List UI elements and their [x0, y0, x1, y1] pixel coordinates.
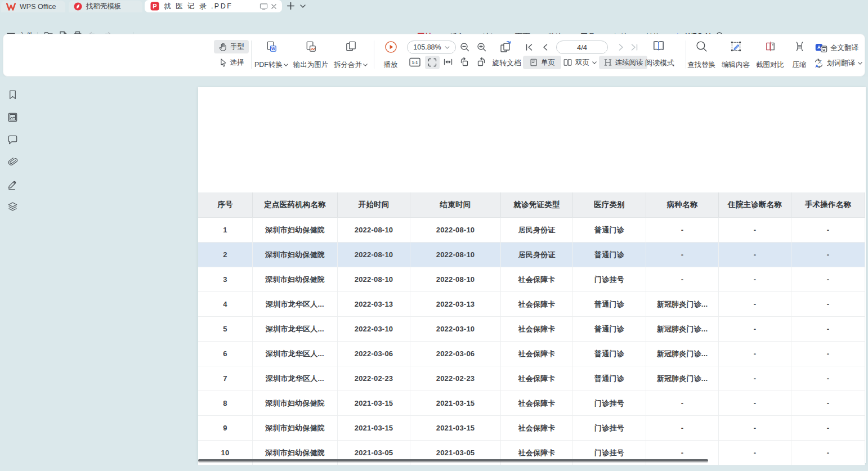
table-body: 1深圳市妇幼保健院2022-08-102022-08-10居民身份证普通门诊--…	[198, 218, 865, 465]
svg-text:P: P	[153, 3, 156, 10]
table-cell: 社会保障卡	[501, 391, 573, 415]
zoom-out-icon	[460, 42, 470, 52]
table-cell: 2022-03-13	[338, 292, 410, 316]
rotate-right-button[interactable]	[476, 57, 486, 67]
select-tool-label: 选择	[230, 58, 244, 68]
table-cell: 6	[198, 342, 253, 366]
single-page-label: 单页	[541, 58, 555, 68]
table-cell: 2022-03-10	[410, 317, 501, 341]
table-cell: 新冠肺炎门诊...	[646, 366, 719, 391]
table-cell: -	[791, 416, 865, 440]
full-translate-label: 全文翻译	[830, 43, 858, 53]
fit-page-button[interactable]	[425, 56, 440, 69]
tab-window-mode-icon[interactable]	[258, 1, 269, 11]
edit-content-icon	[730, 41, 742, 52]
full-translate-icon: A	[815, 43, 827, 53]
tab-document-active[interactable]: P 就 医 记 录 .PDF	[145, 0, 282, 12]
next-page-button[interactable]	[617, 43, 625, 51]
page-indicator-value: 4/4	[577, 43, 587, 52]
chevron-down-icon	[445, 46, 450, 49]
table-cell: 深圳市妇幼保健院	[253, 218, 338, 242]
table-row: 8深圳市妇幼保健院2021-03-152021-03-15社会保障卡门诊挂号--…	[198, 391, 865, 416]
rotate-pages-button[interactable]	[499, 41, 512, 54]
bookmarks-panel-button[interactable]	[7, 89, 19, 101]
previous-page-button[interactable]	[542, 43, 549, 51]
table-cell: -	[791, 267, 865, 291]
table-cell: 2022-03-13	[410, 292, 501, 316]
actual-size-button[interactable]: 1:1	[409, 57, 420, 67]
table-cell: 普通门诊	[573, 218, 646, 242]
first-page-icon	[525, 43, 533, 51]
table-row: 9深圳市妇幼保健院2021-03-152021-03-15社会保障卡门诊挂号--…	[198, 416, 865, 441]
table-cell: 新冠肺炎门诊...	[646, 317, 719, 341]
table-cell: -	[791, 243, 865, 267]
screenshot-compare-button[interactable]: 截图对比	[754, 39, 786, 71]
read-mode-label[interactable]: 阅读模式	[645, 58, 674, 68]
layers-panel-button[interactable]	[7, 201, 19, 213]
table-cell: 7	[198, 366, 253, 391]
double-page-button[interactable]: 双页	[560, 56, 600, 69]
pdf-convert-button[interactable]: W PDF转换	[252, 39, 290, 71]
table-cell: 2021-03-15	[410, 391, 501, 415]
window-tab-bar: WPS Office 找稻壳模板 P 就 医 记 录 .PDF	[0, 0, 868, 12]
table-cell: 2022-02-23	[338, 366, 410, 391]
continuous-read-button[interactable]: 连续阅读	[599, 56, 647, 69]
export-image-button[interactable]: 输出为图片	[290, 39, 331, 71]
split-merge-button[interactable]: 拆分合并	[332, 39, 369, 71]
fit-width-button[interactable]	[443, 57, 453, 67]
split-merge-label: 拆分合并	[334, 60, 362, 70]
select-tool-button[interactable]: 选择	[214, 56, 249, 69]
tab-list-chevron-icon[interactable]	[300, 5, 306, 8]
edit-content-button[interactable]: 编辑内容	[720, 39, 751, 71]
table-cell: 门诊挂号	[573, 267, 646, 291]
table-cell: 9	[198, 416, 253, 440]
table-cell: -	[719, 243, 791, 267]
hand-tool-button[interactable]: 手型	[214, 40, 249, 53]
table-cell: -	[791, 366, 865, 391]
zoom-level-select[interactable]: 105.88%	[407, 41, 456, 54]
rotate-doc-label[interactable]: 旋转文档	[492, 58, 521, 68]
column-header: 手术操作名称	[791, 192, 865, 217]
table-cell: 普通门诊	[573, 243, 646, 267]
tab-docer-templates[interactable]: 找稻壳模板	[69, 1, 142, 12]
signature-panel-button[interactable]	[7, 178, 19, 190]
table-row: 1深圳市妇幼保健院2022-08-102022-08-10居民身份证普通门诊--…	[198, 218, 865, 243]
zoom-out-button[interactable]	[460, 42, 470, 52]
column-header: 住院主诊断名称	[719, 192, 791, 217]
table-cell: 深圳市妇幼保健院	[253, 267, 338, 291]
compress-button[interactable]: 压缩	[787, 39, 812, 71]
tab-wps-office[interactable]: WPS Office	[1, 1, 65, 12]
table-cell: 2022-08-10	[338, 267, 410, 291]
tab-close-icon[interactable]	[269, 1, 279, 11]
table-cell: 4	[198, 292, 253, 316]
table-bottom-border	[198, 459, 708, 461]
full-translate-button[interactable]: A 全文翻译	[813, 41, 861, 55]
page-number-input[interactable]: 4/4	[556, 41, 608, 54]
rotate-left-button[interactable]	[459, 57, 469, 67]
svg-text:1:1: 1:1	[412, 60, 418, 65]
table-cell: 门诊挂号	[573, 391, 646, 415]
play-button[interactable]: 播放	[376, 39, 405, 71]
table-cell: -	[719, 218, 791, 242]
single-page-button[interactable]: 单页	[523, 56, 561, 69]
attachments-panel-button[interactable]	[7, 156, 19, 168]
play-label: 播放	[384, 60, 398, 70]
table-cell: 2022-03-10	[338, 317, 410, 341]
word-translate-button[interactable]: 文 A 划词翻译	[811, 56, 865, 70]
thumbnails-panel-button[interactable]	[7, 111, 19, 123]
table-cell: -	[719, 391, 791, 415]
table-cell: 深圳市妇幼保健院	[253, 416, 338, 440]
table-cell: 深圳市龙华区人...	[253, 342, 338, 366]
last-page-button[interactable]	[630, 43, 638, 51]
table-cell: 普通门诊	[573, 292, 646, 316]
find-replace-button[interactable]: 查找替换	[686, 39, 717, 71]
comment-icon	[7, 134, 19, 146]
table-cell: 1	[198, 218, 253, 242]
compress-icon	[794, 41, 806, 52]
first-page-button[interactable]	[525, 43, 533, 51]
comments-panel-button[interactable]	[7, 134, 19, 146]
double-page-icon	[563, 58, 572, 67]
zoom-in-button[interactable]	[477, 42, 487, 52]
rotate-right-icon	[476, 57, 486, 67]
new-tab-button[interactable]	[287, 2, 295, 10]
